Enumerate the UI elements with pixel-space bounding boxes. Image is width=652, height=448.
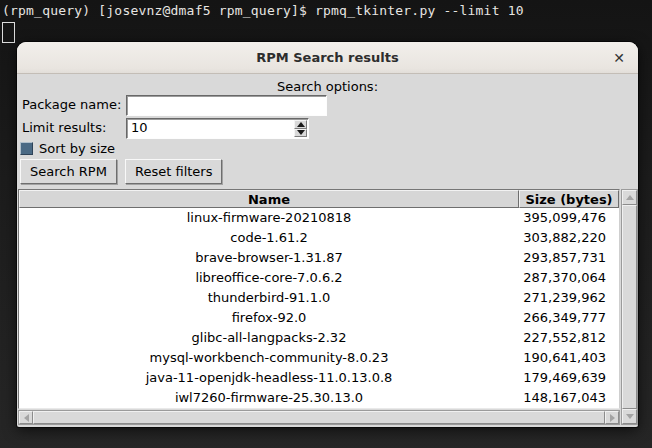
scroll-left-icon xyxy=(24,414,29,422)
spin-down-icon xyxy=(297,130,305,135)
spinbox-arrows xyxy=(294,120,307,137)
terminal-cursor xyxy=(2,22,15,43)
scroll-left-button[interactable] xyxy=(19,411,33,424)
search-options-label: Search options: xyxy=(17,79,638,94)
vertical-scrollbar[interactable] xyxy=(621,189,638,425)
spin-up-icon xyxy=(297,122,305,127)
spin-up-button[interactable] xyxy=(294,120,307,129)
package-name-label: Package name: xyxy=(22,97,121,112)
table-row[interactable]: glibc-all-langpacks-2.32 227,552,812 xyxy=(19,328,619,348)
table-row[interactable]: brave-browser-1.31.87 293,857,731 xyxy=(19,248,619,268)
package-name-cell: thunderbird-91.1.0 xyxy=(19,288,519,308)
package-size-cell: 287,370,064 xyxy=(519,268,619,288)
results-table: Name Size (bytes) linux-firmware-2021081… xyxy=(18,189,620,409)
scroll-up-button[interactable] xyxy=(622,190,637,205)
package-name-cell: glibc-all-langpacks-2.32 xyxy=(19,328,519,348)
package-size-cell: 303,882,220 xyxy=(519,228,619,248)
package-name-cell: brave-browser-1.31.87 xyxy=(19,248,519,268)
scroll-right-button[interactable] xyxy=(605,411,619,424)
checkbox-checked-icon[interactable] xyxy=(20,142,33,155)
sort-by-size-checkbox[interactable]: Sort by size xyxy=(20,140,115,156)
window-titlebar[interactable]: RPM Search results ✕ xyxy=(17,42,638,74)
package-name-input[interactable] xyxy=(126,95,327,116)
column-header-size[interactable]: Size (bytes) xyxy=(519,190,619,208)
package-name-cell: firefox-92.0 xyxy=(19,308,519,328)
table-row[interactable]: libreoffice-core-7.0.6.2 287,370,064 xyxy=(19,268,619,288)
table-row[interactable]: mysql-workbench-community-8.0.23 190,641… xyxy=(19,348,619,368)
table-row[interactable]: thunderbird-91.1.0 271,239,962 xyxy=(19,288,619,308)
window-title: RPM Search results xyxy=(256,50,398,65)
package-size-cell: 148,167,043 xyxy=(519,388,619,408)
package-size-cell: 266,349,777 xyxy=(519,308,619,328)
table-row[interactable]: iwl7260-firmware-25.30.13.0 148,167,043 xyxy=(19,388,619,408)
reset-filters-button[interactable]: Reset filters xyxy=(125,159,222,184)
results-table-body: linux-firmware-20210818 395,099,476 code… xyxy=(19,208,619,408)
limit-results-label: Limit results: xyxy=(22,120,106,135)
scroll-down-button[interactable] xyxy=(622,409,637,424)
package-name-cell: mysql-workbench-community-8.0.23 xyxy=(19,348,519,368)
limit-results-spinbox[interactable]: 10 xyxy=(126,118,309,139)
horizontal-scrollbar-thumb[interactable] xyxy=(33,411,605,424)
column-header-name[interactable]: Name xyxy=(19,190,519,208)
vertical-scrollbar-thumb[interactable] xyxy=(622,205,637,409)
terminal-prompt: (rpm_query) [josevnz@dmaf5 rpm_query]$ r… xyxy=(2,3,524,19)
table-row[interactable]: code-1.61.2 303,882,220 xyxy=(19,228,619,248)
limit-results-value[interactable]: 10 xyxy=(127,119,294,138)
sort-by-size-label: Sort by size xyxy=(39,141,115,156)
rpm-search-window: RPM Search results ✕ Search options: Pac… xyxy=(17,42,638,427)
table-row[interactable]: firefox-92.0 266,349,777 xyxy=(19,308,619,328)
results-table-header: Name Size (bytes) xyxy=(19,190,619,208)
package-size-cell: 293,857,731 xyxy=(519,248,619,268)
package-size-cell: 227,552,812 xyxy=(519,328,619,348)
spin-down-button[interactable] xyxy=(294,129,307,138)
scroll-down-icon xyxy=(626,414,634,419)
scroll-right-icon xyxy=(610,414,615,422)
package-size-cell: 190,641,403 xyxy=(519,348,619,368)
package-name-cell: libreoffice-core-7.0.6.2 xyxy=(19,268,519,288)
table-row[interactable]: java-11-openjdk-headless-11.0.13.0.8 179… xyxy=(19,368,619,388)
scroll-up-icon xyxy=(626,195,634,200)
package-size-cell: 271,239,962 xyxy=(519,288,619,308)
package-name-cell: java-11-openjdk-headless-11.0.13.0.8 xyxy=(19,368,519,388)
package-size-cell: 179,469,639 xyxy=(519,368,619,388)
package-name-cell: iwl7260-firmware-25.30.13.0 xyxy=(19,388,519,408)
table-row[interactable]: linux-firmware-20210818 395,099,476 xyxy=(19,208,619,228)
search-rpm-button[interactable]: Search RPM xyxy=(20,159,117,184)
horizontal-scrollbar[interactable] xyxy=(18,410,620,425)
package-name-cell: code-1.61.2 xyxy=(19,228,519,248)
package-name-cell: linux-firmware-20210818 xyxy=(19,208,519,228)
package-size-cell: 395,099,476 xyxy=(519,208,619,228)
close-icon[interactable]: ✕ xyxy=(613,42,625,73)
